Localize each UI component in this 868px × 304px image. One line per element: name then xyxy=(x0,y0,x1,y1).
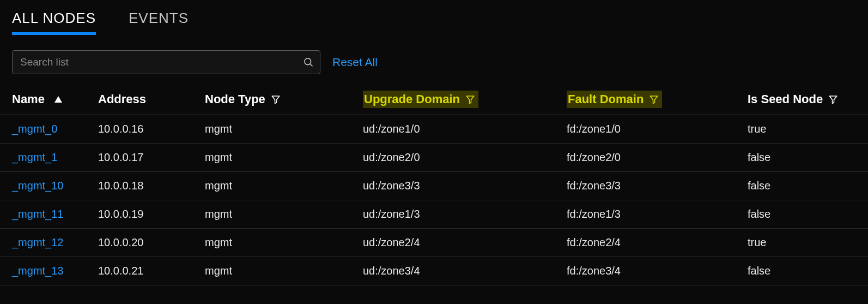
cell-node-type: mgmt xyxy=(205,257,363,285)
cell-upgrade-domain: ud:/zone3/3 xyxy=(363,172,567,200)
nodes-table: Name Address Node Type xyxy=(0,87,868,285)
column-label: Is Seed Node xyxy=(748,92,823,106)
svg-line-1 xyxy=(310,64,313,67)
cell-upgrade-domain: ud:/zone1/3 xyxy=(363,200,567,229)
search-icon[interactable] xyxy=(297,57,320,68)
table-row: _mgmt_110.0.0.17mgmtud:/zone2/0fd:/zone2… xyxy=(0,144,868,172)
cell-fault-domain: fd:/zone2/0 xyxy=(567,144,748,172)
cell-upgrade-domain: ud:/zone3/4 xyxy=(363,257,567,285)
node-name-link[interactable]: _mgmt_13 xyxy=(0,257,98,285)
column-label: Node Type xyxy=(205,92,265,106)
table-row: _mgmt_1110.0.0.19mgmtud:/zone1/3fd:/zone… xyxy=(0,200,868,229)
tab-all-nodes[interactable]: ALL NODES xyxy=(12,10,96,35)
cell-node-type: mgmt xyxy=(205,115,363,144)
column-label: Address xyxy=(98,92,146,106)
svg-marker-4 xyxy=(466,96,474,104)
column-header-name[interactable]: Name xyxy=(0,87,98,115)
node-name-link[interactable]: _mgmt_1 xyxy=(0,144,98,172)
cell-node-type: mgmt xyxy=(205,229,363,257)
table-row: _mgmt_010.0.0.16mgmtud:/zone1/0fd:/zone1… xyxy=(0,115,868,144)
svg-point-0 xyxy=(305,58,311,65)
cell-is-seed-node: false xyxy=(748,172,868,200)
svg-marker-6 xyxy=(829,96,837,104)
cell-node-type: mgmt xyxy=(205,200,363,229)
cell-is-seed-node: true xyxy=(748,115,868,144)
cell-address: 10.0.0.17 xyxy=(98,144,205,172)
column-header-is-seed-node[interactable]: Is Seed Node xyxy=(748,87,868,115)
cell-is-seed-node: true xyxy=(748,229,868,257)
sort-ascending-icon xyxy=(54,96,62,103)
cell-fault-domain: fd:/zone3/4 xyxy=(567,257,748,285)
cell-upgrade-domain: ud:/zone2/4 xyxy=(363,229,567,257)
cell-fault-domain: fd:/zone3/3 xyxy=(567,172,748,200)
node-name-link[interactable]: _mgmt_10 xyxy=(0,172,98,200)
column-header-node-type[interactable]: Node Type xyxy=(205,87,363,115)
column-label: Fault Domain xyxy=(568,92,644,106)
cell-fault-domain: fd:/zone1/0 xyxy=(567,115,748,144)
reset-all-link[interactable]: Reset All xyxy=(332,56,378,69)
cell-upgrade-domain: ud:/zone2/0 xyxy=(363,144,567,172)
cell-address: 10.0.0.19 xyxy=(98,200,205,229)
table-header-row: Name Address Node Type xyxy=(0,87,868,115)
table-row: _mgmt_1310.0.0.21mgmtud:/zone3/4fd:/zone… xyxy=(0,257,868,285)
svg-marker-5 xyxy=(651,96,658,104)
search-box xyxy=(12,50,320,74)
cell-address: 10.0.0.18 xyxy=(98,172,205,200)
filter-icon[interactable] xyxy=(465,94,475,104)
node-name-link[interactable]: _mgmt_11 xyxy=(0,200,98,229)
cell-address: 10.0.0.16 xyxy=(98,115,205,144)
svg-marker-2 xyxy=(54,96,62,103)
node-name-link[interactable]: _mgmt_0 xyxy=(0,115,98,144)
cell-fault-domain: fd:/zone2/4 xyxy=(567,229,748,257)
cell-address: 10.0.0.21 xyxy=(98,257,205,285)
svg-marker-3 xyxy=(272,96,280,104)
toolbar: Reset All xyxy=(0,35,868,87)
tab-events[interactable]: EVENTS xyxy=(129,10,189,35)
filter-icon[interactable] xyxy=(828,94,838,104)
column-label: Upgrade Domain xyxy=(364,92,460,106)
filter-icon[interactable] xyxy=(649,94,659,104)
filter-icon[interactable] xyxy=(271,94,281,104)
cell-fault-domain: fd:/zone1/3 xyxy=(567,200,748,229)
cell-is-seed-node: false xyxy=(748,200,868,229)
cell-upgrade-domain: ud:/zone1/0 xyxy=(363,115,567,144)
cell-is-seed-node: false xyxy=(748,144,868,172)
cell-is-seed-node: false xyxy=(748,257,868,285)
column-header-upgrade-domain[interactable]: Upgrade Domain xyxy=(363,87,567,115)
table-row: _mgmt_1010.0.0.18mgmtud:/zone3/3fd:/zone… xyxy=(0,172,868,200)
table-row: _mgmt_1210.0.0.20mgmtud:/zone2/4fd:/zone… xyxy=(0,229,868,257)
cell-node-type: mgmt xyxy=(205,144,363,172)
search-input[interactable] xyxy=(13,56,297,68)
column-header-address[interactable]: Address xyxy=(98,87,205,115)
tabs-bar: ALL NODES EVENTS xyxy=(0,0,868,35)
cell-address: 10.0.0.20 xyxy=(98,229,205,257)
cell-node-type: mgmt xyxy=(205,172,363,200)
node-name-link[interactable]: _mgmt_12 xyxy=(0,229,98,257)
column-header-fault-domain[interactable]: Fault Domain xyxy=(567,87,748,115)
column-label: Name xyxy=(12,92,45,106)
